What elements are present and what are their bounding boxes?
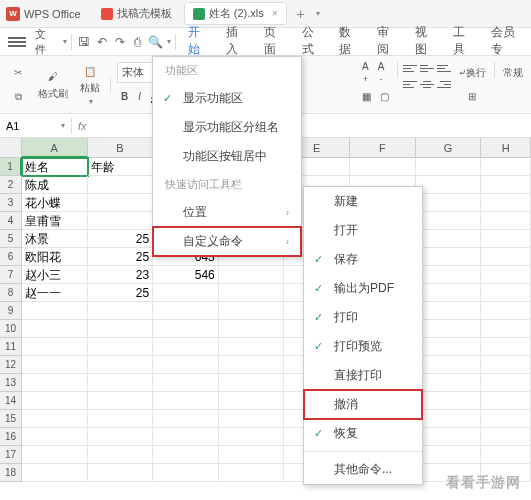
chevron-down-icon[interactable]: ▾: [167, 37, 171, 46]
cell[interactable]: [219, 356, 285, 374]
cut-button[interactable]: ✂: [6, 62, 30, 84]
menu-item-open[interactable]: 打开: [304, 216, 422, 245]
cell[interactable]: [416, 410, 482, 428]
cell[interactable]: [219, 302, 285, 320]
save-icon[interactable]: 🖫: [76, 34, 92, 50]
cell[interactable]: 沐景: [22, 230, 88, 248]
cell[interactable]: [481, 194, 531, 212]
menu-item-direct-print[interactable]: 直接打印: [304, 361, 422, 390]
font-family-select[interactable]: 宋体: [117, 62, 155, 83]
redo-icon[interactable]: ↷: [112, 34, 128, 50]
cell[interactable]: [153, 302, 219, 320]
align-right-icon[interactable]: [436, 78, 452, 92]
row-header[interactable]: 8: [0, 284, 22, 302]
menu-item-new[interactable]: 新建: [304, 187, 422, 216]
cell[interactable]: [219, 320, 285, 338]
menu-item-custom-commands[interactable]: 自定义命令›: [153, 227, 301, 256]
row-header[interactable]: 14: [0, 392, 22, 410]
row-header[interactable]: 17: [0, 446, 22, 464]
row-header[interactable]: 5: [0, 230, 22, 248]
cell[interactable]: [416, 356, 482, 374]
cell[interactable]: [88, 374, 154, 392]
cell[interactable]: [416, 284, 482, 302]
col-header-a[interactable]: A: [22, 138, 88, 158]
menu-item-show-ribbon[interactable]: ✓显示功能区: [153, 84, 301, 113]
row-header[interactable]: 13: [0, 374, 22, 392]
select-all-corner[interactable]: [0, 138, 22, 158]
row-header[interactable]: 2: [0, 176, 22, 194]
row-header[interactable]: 6: [0, 248, 22, 266]
cell[interactable]: [416, 212, 482, 230]
cell[interactable]: [416, 428, 482, 446]
cell[interactable]: [416, 338, 482, 356]
menu-item-save[interactable]: ✓保存: [304, 245, 422, 274]
name-box[interactable]: A1 ▾: [0, 118, 72, 134]
cell[interactable]: [88, 392, 154, 410]
cell[interactable]: [416, 230, 482, 248]
cell[interactable]: [88, 446, 154, 464]
cell[interactable]: [88, 320, 154, 338]
print-icon[interactable]: ⎙: [130, 34, 146, 50]
italic-button[interactable]: I: [134, 85, 145, 107]
cell[interactable]: [219, 338, 285, 356]
fx-icon[interactable]: fx: [78, 120, 87, 132]
format-painter-button[interactable]: 🖌 格式刷: [34, 61, 72, 109]
align-left-icon[interactable]: [402, 78, 418, 92]
row-header[interactable]: 3: [0, 194, 22, 212]
cell[interactable]: 23: [88, 266, 154, 284]
cell[interactable]: [481, 428, 531, 446]
cell[interactable]: [416, 248, 482, 266]
chevron-down-icon[interactable]: ▾: [63, 37, 67, 46]
cell[interactable]: [481, 356, 531, 374]
cell[interactable]: [22, 356, 88, 374]
cell[interactable]: [219, 410, 285, 428]
cell[interactable]: [219, 284, 285, 302]
cell[interactable]: [350, 158, 416, 176]
menu-item-undo[interactable]: 撤消: [304, 390, 422, 419]
cell[interactable]: [481, 284, 531, 302]
cell[interactable]: [22, 302, 88, 320]
row-header[interactable]: 11: [0, 338, 22, 356]
cell[interactable]: [153, 392, 219, 410]
align-bot-icon[interactable]: [436, 62, 452, 76]
cell[interactable]: [88, 356, 154, 374]
cell[interactable]: 546: [153, 266, 219, 284]
chevron-down-icon[interactable]: ▾: [61, 121, 65, 130]
cell[interactable]: [481, 248, 531, 266]
cell[interactable]: [88, 464, 154, 482]
border-button[interactable]: ▢: [376, 86, 393, 108]
menu-item-redo[interactable]: ✓恢复: [304, 419, 422, 448]
fill-color-button[interactable]: ▦: [358, 86, 375, 108]
cell[interactable]: [416, 374, 482, 392]
cell[interactable]: [481, 410, 531, 428]
cell[interactable]: [153, 284, 219, 302]
file-menu[interactable]: 文件: [32, 25, 60, 59]
cell[interactable]: 25: [88, 248, 154, 266]
cell[interactable]: [153, 446, 219, 464]
tab-docer[interactable]: 找稿壳模板: [93, 3, 180, 24]
undo-icon[interactable]: ↶: [94, 34, 110, 50]
cell[interactable]: 赵一一: [22, 284, 88, 302]
col-header-h[interactable]: H: [481, 138, 531, 158]
col-header-f[interactable]: F: [350, 138, 416, 158]
row-header[interactable]: 9: [0, 302, 22, 320]
menu-item-position[interactable]: 位置›: [153, 198, 301, 227]
preview-icon[interactable]: 🔍: [148, 34, 164, 50]
font-size-dec[interactable]: A-: [374, 62, 389, 84]
cell[interactable]: [416, 392, 482, 410]
menu-item-print-preview[interactable]: ✓打印预览: [304, 332, 422, 361]
cell[interactable]: [416, 194, 482, 212]
cell[interactable]: [88, 212, 154, 230]
cell[interactable]: [219, 428, 285, 446]
cell[interactable]: [22, 392, 88, 410]
row-header[interactable]: 1: [0, 158, 22, 176]
paste-button[interactable]: 📋 粘贴▾: [76, 61, 104, 109]
cell[interactable]: 25: [88, 284, 154, 302]
align-center-icon[interactable]: [419, 78, 435, 92]
cell[interactable]: [416, 320, 482, 338]
cell[interactable]: [481, 338, 531, 356]
cell[interactable]: [219, 392, 285, 410]
cell[interactable]: [481, 302, 531, 320]
formula-bar[interactable]: fx: [72, 120, 93, 132]
wrap-button[interactable]: ⤶换行: [454, 62, 490, 84]
